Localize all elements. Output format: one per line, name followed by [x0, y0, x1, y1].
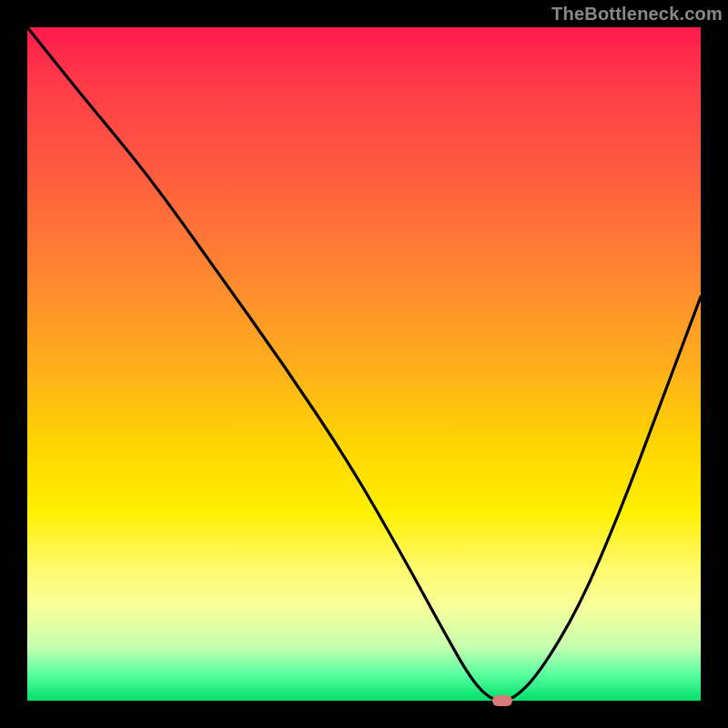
- chart-stage: TheBottleneck.com: [0, 0, 728, 728]
- optimum-marker: [492, 695, 512, 706]
- curve-svg: [27, 27, 701, 701]
- bottleneck-curve-path: [27, 27, 701, 701]
- plot-area: [27, 27, 701, 701]
- watermark-text: TheBottleneck.com: [551, 4, 723, 25]
